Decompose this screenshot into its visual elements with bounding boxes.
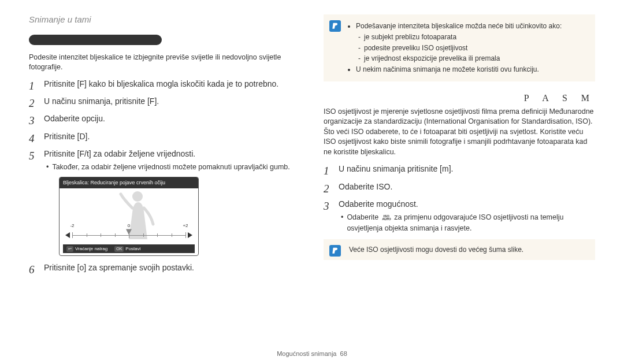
scale-max: +2 [183,222,188,229]
page-content: Snimanje u tami Podesite intenzitet blje… [0,0,624,285]
r-step-3-text: Odaberite mogućnost. [339,199,418,209]
note-box-1: Podešavanje intenziteta bljeskalice možd… [324,14,595,81]
r-step-2: Odaberite ISO. [324,181,595,192]
note1-dash2: podesite preveliku ISO osjetljivost [365,43,589,53]
note1-item1: Podešavanje intenziteta bljeskalice možd… [356,21,589,64]
info-icon [329,245,341,257]
step-5-text: Pritisnite [F/t] za odabir željene vrije… [44,149,195,158]
right-column: Podešavanje intenziteta bljeskalice možd… [324,14,595,280]
scale-marker-icon [126,229,132,235]
r-step-1: U načinu snimanja pritisnite [m]. [324,163,595,174]
note1-dash1: je subjekt preblizu fotoaparata [365,32,589,42]
step-1: Pritisnite [F] kako bi bljeskalica mogla… [29,78,300,90]
lcd-title: Bljeskalica: Reduciranje pojave crvenih … [60,177,198,188]
scale-mid: 0 [128,222,130,229]
note2-text: Veće ISO osjetljivosti mogu dovesti do v… [349,246,523,254]
arrow-left-icon [65,232,70,238]
info-icon [329,20,341,32]
note-box-2: Veće ISO osjetljivosti mogu dovesti do v… [324,239,595,261]
left-column: Snimanje u tami Podesite intenzitet blje… [29,14,300,280]
lcd-preview: Bljeskalica: Reduciranje pojave crvenih … [59,177,199,256]
scale-min: -2 [70,222,74,229]
svg-point-0 [132,191,143,202]
mode-indicators: P A S M [524,93,595,103]
iso-auto-icon: ISO AUTO [381,215,392,221]
lcd-footer: ↩Vraćanje natrag OKPostavi [63,244,195,254]
step-2: U načinu snimanja, pritisnite [F]. [29,95,300,107]
arrow-right-icon [188,232,192,238]
section-heading-bar [29,35,162,45]
steps-left: Pritisnite [F] kako bi bljeskalica mogla… [29,78,300,274]
iso-paragraph: ISO osjetljivost je mjerenje svjetlosne … [324,107,595,158]
scale-track: -2 0 +2 [72,230,185,240]
lcd-ok: OKPostavi [114,246,140,252]
steps-right: U načinu snimanja pritisnite [m]. Odaber… [324,163,595,233]
r-step-3-note: Odaberite ISO AUTO za primjenu odgovaraj… [341,212,595,233]
note1-dash3: je vrijednost ekspozicije prevelika ili … [365,54,589,64]
chapter-title: Snimanje u tami [29,14,300,24]
step-3: Odaberite opciju. [29,113,300,124]
intro-text: Podesite intenzitet bljeskalice te izbje… [29,53,300,72]
scale: -2 0 +2 [65,230,192,240]
lcd-body: -2 0 +2 [60,188,198,255]
step-6: Pritisnite [o] za spremanje svojih posta… [29,262,300,273]
page-footer: Mogućnosti snimanja 68 [0,350,624,357]
step-4: Pritisnite [D]. [29,131,300,142]
lcd-back: ↩Vraćanje natrag [66,246,107,252]
note1-item2: U nekim načinima snimanja ne možete kori… [356,65,589,75]
step-5-note: Također, za odabir željene vrijednosti m… [46,162,300,172]
step-5: Pritisnite [F/t] za odabir željene vrije… [29,148,300,256]
section-heading-iso: P A S M [324,93,595,103]
r-step-3: Odaberite mogućnost. Odaberite ISO AUTO … [324,198,595,233]
